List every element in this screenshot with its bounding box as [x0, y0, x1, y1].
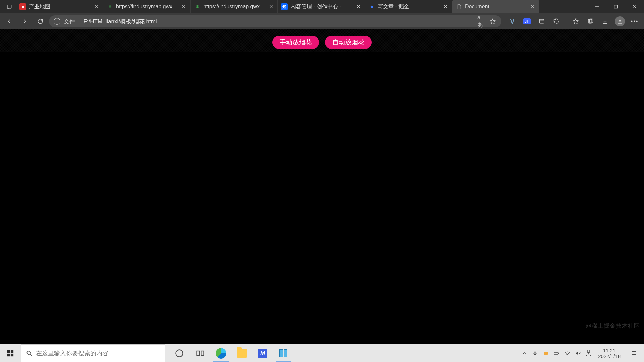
close-icon[interactable]: ✕: [355, 4, 361, 10]
tab-title: https://industrymap.gwxll.c: [116, 4, 178, 10]
svg-rect-17: [11, 353, 13, 356]
tray-antivirus-icon[interactable]: [543, 350, 549, 356]
task-taskview[interactable]: [190, 344, 211, 362]
svg-rect-25: [544, 352, 548, 355]
forward-button[interactable]: [18, 15, 32, 27]
svg-rect-23: [535, 351, 536, 354]
svg-point-20: [176, 350, 183, 357]
site-info-icon[interactable]: i: [54, 18, 60, 25]
manual-fireworks-button[interactable]: 手动放烟花: [272, 36, 319, 49]
address-bar[interactable]: i 文件 | F:/HTMLlianxi/模板/烟花.html aあ: [49, 15, 501, 27]
task-cortana[interactable]: [169, 344, 190, 362]
tray-time: 11:21: [598, 348, 621, 353]
favorites-button[interactable]: [569, 15, 582, 27]
svg-point-13: [619, 20, 621, 22]
tab-actions-icon[interactable]: [3, 0, 16, 13]
system-tray: 英 11:21 2022/1/18: [518, 344, 644, 362]
taskbar-search[interactable]: 在这里输入你要搜索的内容: [21, 344, 165, 362]
tab-zhihu[interactable]: 知 内容管理 - 创作中心 - 知乎 ✕: [278, 0, 365, 13]
canvas-area[interactable]: [0, 52, 644, 344]
svg-rect-27: [558, 353, 559, 354]
task-window[interactable]: [273, 344, 294, 362]
window-twin-icon: [279, 349, 287, 357]
tray-ime[interactable]: 英: [586, 349, 591, 357]
translate-icon[interactable]: aあ: [477, 17, 485, 25]
svg-rect-31: [632, 351, 636, 354]
tab-industrymap-1[interactable]: ❇ https://industrymap.gwxll.c ✕: [103, 0, 191, 13]
close-icon[interactable]: ✕: [530, 4, 536, 10]
refresh-button[interactable]: [34, 15, 47, 27]
start-button[interactable]: [0, 344, 21, 362]
downloads-button[interactable]: [598, 15, 612, 27]
svg-marker-28: [576, 351, 578, 355]
collections-button[interactable]: [584, 15, 597, 27]
fireworks-controls: 手动放烟花 自动放烟花: [0, 36, 644, 49]
favorite-icon[interactable]: [489, 17, 497, 25]
extension-vue-icon[interactable]: V: [505, 15, 519, 27]
search-icon: [26, 350, 33, 357]
more-button[interactable]: •••: [628, 15, 641, 27]
window-controls: [588, 0, 644, 13]
extensions-row: V JH •••: [505, 15, 641, 27]
tab-title: 写文章 - 掘金: [378, 3, 440, 10]
extension-jh-icon[interactable]: JH: [520, 15, 534, 27]
favicon-leaf-icon: ❇: [194, 3, 201, 10]
task-edge[interactable]: [211, 344, 231, 362]
svg-rect-0: [7, 5, 11, 9]
tray-mic-icon[interactable]: [532, 350, 538, 356]
profile-button[interactable]: [613, 15, 627, 27]
tray-datetime[interactable]: 11:21 2022/1/18: [596, 348, 623, 359]
tray-wifi-icon[interactable]: [564, 350, 570, 356]
svg-rect-16: [7, 353, 10, 356]
browser-toolbar: i 文件 | F:/HTMLlianxi/模板/烟花.html aあ V JH: [0, 13, 644, 29]
tab-strip: ■ 产业地图 ✕ ❇ https://industrymap.gwxll.c ✕…: [0, 0, 644, 13]
favicon-red-icon: ■: [19, 3, 26, 10]
folder-icon: [237, 349, 247, 358]
favicon-juejin-icon: ◆: [368, 3, 375, 10]
svg-marker-6: [490, 19, 495, 24]
toolbar-divider: [566, 17, 566, 25]
back-button[interactable]: [3, 15, 16, 27]
tab-juejin[interactable]: ◆ 写文章 - 掘金 ✕: [365, 0, 452, 13]
page-viewport: 手动放烟花 自动放烟花 @稀土掘金技术社区: [0, 29, 644, 344]
tray-notifications-icon[interactable]: [627, 350, 641, 356]
extension-read-icon[interactable]: [535, 15, 548, 27]
watermark: @稀土掘金技术社区: [586, 322, 640, 330]
extensions-button[interactable]: [550, 15, 563, 27]
close-icon[interactable]: ✕: [442, 4, 448, 10]
favicon-document-icon: [455, 3, 462, 10]
close-icon[interactable]: ✕: [181, 4, 187, 10]
task-app-m[interactable]: M: [252, 344, 273, 362]
app-m-icon: M: [258, 349, 267, 358]
new-tab-button[interactable]: ＋: [539, 0, 553, 13]
svg-rect-7: [539, 19, 544, 23]
minimize-button[interactable]: [588, 0, 606, 13]
tray-volume-mute-icon[interactable]: [575, 350, 581, 356]
svg-rect-3: [614, 5, 618, 8]
favicon-leaf-icon: ❇: [107, 3, 113, 10]
tab-title: 产业地图: [29, 3, 91, 10]
svg-rect-21: [197, 351, 200, 356]
close-window-button[interactable]: [625, 0, 644, 13]
maximize-button[interactable]: [606, 0, 625, 13]
task-explorer[interactable]: [231, 344, 252, 362]
tab-document[interactable]: Document ✕: [452, 0, 539, 13]
svg-rect-22: [201, 351, 204, 356]
tab-industrymap-2[interactable]: ❇ https://industrymap.gwxll.c ✕: [191, 0, 278, 13]
tab-title: Document: [465, 4, 527, 10]
search-placeholder: 在这里输入你要搜索的内容: [36, 349, 108, 357]
tray-battery-icon[interactable]: [553, 350, 559, 356]
tab-industry-map[interactable]: ■ 产业地图 ✕: [16, 0, 103, 13]
close-icon[interactable]: ✕: [268, 4, 274, 10]
tray-date: 2022/1/18: [598, 353, 621, 359]
auto-fireworks-button[interactable]: 自动放烟花: [325, 36, 372, 49]
tab-title: https://industrymap.gwxll.c: [203, 4, 265, 10]
avatar-icon: [615, 16, 625, 26]
addr-separator: |: [78, 18, 80, 25]
close-icon[interactable]: ✕: [94, 4, 100, 10]
svg-line-19: [30, 354, 32, 356]
svg-rect-26: [554, 352, 558, 354]
taskbar: 在这里输入你要搜索的内容 M 英 11:21 2022/1/18: [0, 344, 644, 362]
tray-chevron-up-icon[interactable]: [521, 350, 527, 356]
svg-marker-9: [573, 19, 578, 24]
